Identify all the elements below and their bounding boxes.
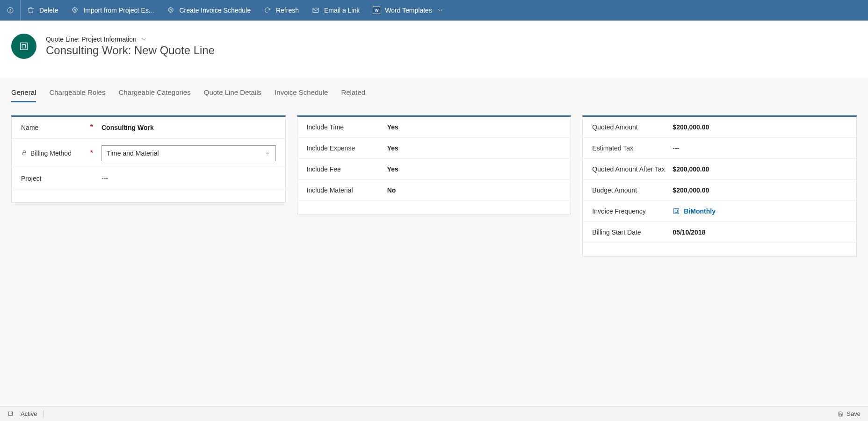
field-include-expense[interactable]: Include Expense Yes [297, 138, 571, 159]
name-value: Consulting Work [101, 124, 276, 131]
project-label: Project [21, 175, 42, 182]
entity-icon [11, 34, 36, 59]
command-bar: Delete Import from Project Es... Create … [0, 0, 868, 21]
form-body: Name * Consulting Work Billing Method * … [0, 102, 868, 406]
field-budget-amount[interactable]: Budget Amount $200,000.00 [583, 180, 856, 201]
delete-label: Delete [39, 7, 58, 14]
budget-amount-label: Budget Amount [592, 186, 637, 194]
svg-line-10 [11, 412, 13, 414]
svg-point-2 [170, 9, 172, 11]
svg-rect-5 [22, 44, 25, 48]
svg-rect-6 [23, 152, 26, 155]
field-estimated-tax[interactable]: Estimated Tax --- [583, 138, 856, 159]
lock-icon [21, 150, 28, 157]
include-expense-label: Include Expense [307, 144, 355, 152]
field-include-time[interactable]: Include Time Yes [297, 117, 571, 138]
chevron-down-icon [437, 7, 444, 14]
email-link-button[interactable]: Email a Link [305, 0, 366, 21]
nav-back-button[interactable] [0, 0, 21, 21]
field-quoted-amount[interactable]: Quoted Amount $200,000.00 [583, 117, 856, 138]
tab-invoice-schedule[interactable]: Invoice Schedule [275, 88, 328, 102]
billing-method-label: Billing Method [30, 150, 72, 157]
word-icon: W [373, 7, 380, 14]
refresh-icon [264, 7, 271, 14]
quoted-after-tax-value: $200,000.00 [673, 165, 847, 173]
trash-icon [27, 7, 35, 14]
email-icon [312, 7, 319, 14]
chevron-down-icon [140, 36, 147, 43]
create-invoice-schedule-button[interactable]: Create Invoice Schedule [160, 0, 257, 21]
lookup-icon [673, 207, 680, 215]
name-label: Name [21, 124, 38, 131]
svg-rect-4 [21, 43, 28, 50]
field-include-material[interactable]: Include Material No [297, 180, 571, 201]
save-label: Save [846, 410, 861, 417]
invoice-frequency-text: BiMonthly [684, 207, 716, 215]
include-material-label: Include Material [307, 186, 353, 194]
estimated-tax-value: --- [673, 144, 847, 152]
svg-point-1 [74, 9, 76, 11]
svg-rect-3 [313, 8, 318, 12]
quoted-amount-label: Quoted Amount [592, 123, 637, 131]
invoice-frequency-value[interactable]: BiMonthly [673, 207, 847, 215]
status-bar: Active Save [0, 406, 868, 421]
svg-rect-9 [8, 412, 12, 415]
card-includes: Include Time Yes Include Expense Yes Inc… [297, 115, 571, 214]
field-invoice-frequency[interactable]: Invoice Frequency BiMonthly [583, 201, 856, 222]
chevron-right-circle-icon [7, 7, 14, 14]
include-material-value: No [387, 186, 562, 194]
card-general: Name * Consulting Work Billing Method * … [11, 115, 286, 203]
card-amounts: Quoted Amount $200,000.00 Estimated Tax … [582, 115, 857, 257]
tab-related[interactable]: Related [341, 88, 365, 102]
required-marker: * [90, 149, 93, 157]
include-expense-value: Yes [387, 144, 562, 152]
popout-icon [7, 411, 14, 417]
svg-rect-12 [839, 414, 842, 416]
include-fee-value: Yes [387, 165, 562, 173]
svg-point-0 [7, 7, 13, 13]
budget-amount-value: $200,000.00 [673, 186, 847, 194]
billing-method-value: Time and Material [107, 150, 159, 157]
field-quoted-after-tax[interactable]: Quoted Amount After Tax $200,000.00 [583, 159, 856, 180]
chevron-down-icon [264, 150, 271, 157]
include-fee-label: Include Fee [307, 165, 341, 173]
quote-line-icon [19, 41, 29, 51]
import-button[interactable]: Import from Project Es... [65, 0, 160, 21]
field-project[interactable]: Project --- [12, 168, 285, 189]
page-title: Consulting Work: New Quote Line [46, 44, 215, 57]
tab-chargeable-roles[interactable]: Chargeable Roles [49, 88, 105, 102]
card-padding [583, 243, 856, 256]
word-templates-button[interactable]: W Word Templates [366, 0, 451, 21]
tab-chargeable-categories[interactable]: Chargeable Categories [118, 88, 190, 102]
project-value: --- [101, 175, 276, 182]
refresh-label: Refresh [276, 7, 299, 14]
billing-method-select[interactable]: Time and Material [101, 145, 276, 161]
gear-icon [167, 7, 174, 14]
tab-list: General Chargeable Roles Chargeable Cate… [0, 78, 868, 102]
required-marker: * [90, 123, 93, 132]
gear-icon [71, 7, 79, 14]
field-billing-method: Billing Method * Time and Material [12, 139, 285, 168]
quoted-after-tax-label: Quoted Amount After Tax [592, 165, 665, 173]
tab-quote-line-details[interactable]: Quote Line Details [204, 88, 261, 102]
form-selector[interactable]: Quote Line: Project Information [46, 36, 215, 43]
tab-general[interactable]: General [11, 88, 36, 102]
word-templates-label: Word Templates [385, 7, 432, 14]
separator [43, 410, 44, 418]
card-padding [12, 189, 285, 202]
page-header: Quote Line: Project Information Consulti… [0, 21, 868, 78]
svg-rect-7 [674, 209, 679, 214]
field-name[interactable]: Name * Consulting Work [12, 117, 285, 139]
popout-button[interactable] [7, 411, 14, 417]
field-billing-start-date[interactable]: Billing Start Date 05/10/2018 [583, 222, 856, 243]
save-icon [837, 411, 844, 417]
save-button[interactable]: Save [837, 410, 861, 417]
breadcrumb-label: Quote Line: Project Information [46, 36, 137, 43]
delete-button[interactable]: Delete [21, 0, 65, 21]
email-link-label: Email a Link [324, 7, 360, 14]
billing-start-label: Billing Start Date [592, 228, 641, 236]
svg-rect-8 [675, 210, 678, 212]
include-time-label: Include Time [307, 123, 344, 131]
refresh-button[interactable]: Refresh [257, 0, 305, 21]
field-include-fee[interactable]: Include Fee Yes [297, 159, 571, 180]
